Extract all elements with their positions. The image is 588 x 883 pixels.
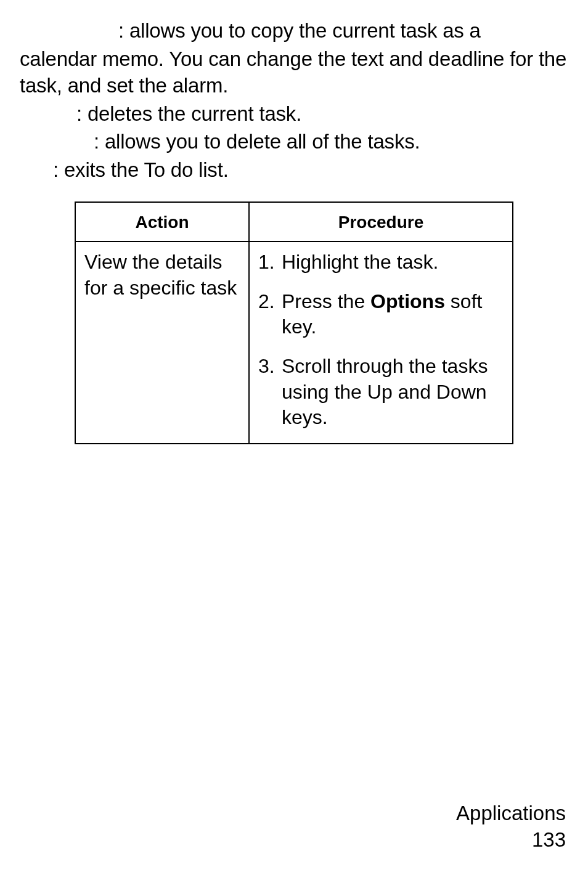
paragraph-exit: : exits the To do list.	[20, 157, 568, 184]
body-text-block: : allows you to copy the current task as…	[20, 17, 568, 183]
step-2: 2. Press the Options soft key.	[258, 289, 504, 340]
cell-procedure: 1. Highlight the task. 2. Press the Opti…	[249, 242, 513, 444]
step-1: 1. Highlight the task.	[258, 250, 504, 275]
footer-section: Applications	[456, 800, 566, 827]
step-2-number: 2.	[258, 289, 275, 315]
page-footer: Applications 133	[456, 800, 566, 853]
header-procedure: Procedure	[249, 202, 513, 242]
step-1-text: Highlight the task.	[282, 251, 438, 273]
step-3-number: 3.	[258, 354, 275, 380]
header-action: Action	[75, 202, 249, 242]
paragraph-copy-cont: calendar memo. You can change the text a…	[20, 46, 568, 99]
paragraph-copy-lead: : allows you to copy the current task as…	[20, 17, 568, 44]
footer-page-number: 133	[456, 827, 566, 853]
paragraph-delete: : deletes the current task.	[20, 100, 568, 128]
procedure-table: Action Procedure View the details for a …	[75, 201, 513, 444]
step-2-text: Press the Options soft key.	[282, 290, 482, 338]
procedure-steps: 1. Highlight the task. 2. Press the Opti…	[258, 250, 504, 431]
step-1-number: 1.	[258, 250, 275, 275]
paragraph-delete-all: : allows you to delete all of the tasks.	[20, 128, 568, 155]
document-page: : allows you to copy the current task as…	[0, 0, 588, 883]
step-3: 3. Scroll through the tasks using the Up…	[258, 354, 504, 431]
table-row: View the details for a specific task 1. …	[75, 242, 513, 444]
table-header-row: Action Procedure	[75, 202, 513, 242]
step-3-text: Scroll through the tasks using the Up an…	[282, 355, 488, 428]
cell-action: View the details for a specific task	[75, 242, 249, 444]
